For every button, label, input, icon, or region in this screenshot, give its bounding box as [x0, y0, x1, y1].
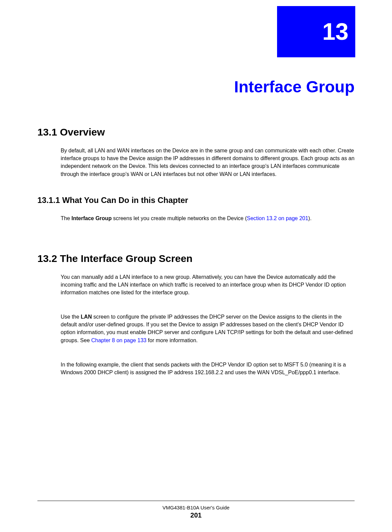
- footer-guide-title: VMG4381-B10A User's Guide: [0, 505, 392, 510]
- chapter-number: 13: [322, 18, 349, 45]
- text-fragment: The: [61, 215, 71, 221]
- text-fragment: Use the: [61, 314, 81, 320]
- chapter-title: Interface Group: [234, 78, 355, 96]
- section-13-1-1-heading: 13.1.1 What You Can Do in this Chapter: [37, 196, 188, 205]
- cross-reference-link[interactable]: Chapter 8 on page 133: [91, 337, 147, 343]
- section-13-2-heading: 13.2 The Interface Group Screen: [37, 253, 192, 264]
- text-fragment: ).: [308, 215, 312, 221]
- page-number: 201: [0, 511, 392, 519]
- section-13-2-paragraph-2: Use the LAN screen to configure the priv…: [61, 313, 355, 344]
- chapter-badge: 13: [277, 6, 355, 57]
- section-13-1-1-paragraph: The Interface Group screens let you crea…: [61, 214, 355, 222]
- section-13-2-paragraph-3: In the following example, the client tha…: [61, 361, 355, 376]
- text-fragment: screens let you create multiple networks…: [112, 215, 247, 221]
- chapter-label: CHAPTER: [37, 24, 67, 29]
- footer-divider: [37, 501, 355, 501]
- section-13-2-paragraph-1: You can manually add a LAN interface to …: [61, 273, 355, 297]
- section-13-1-heading: 13.1 Overview: [37, 126, 105, 138]
- bold-text: LAN: [81, 314, 92, 320]
- section-13-1-paragraph: By default, all LAN and WAN interfaces o…: [61, 147, 355, 178]
- text-fragment: for more information.: [146, 337, 198, 343]
- bold-text: Interface Group: [71, 215, 112, 221]
- cross-reference-link[interactable]: Section 13.2 on page 201: [247, 215, 308, 221]
